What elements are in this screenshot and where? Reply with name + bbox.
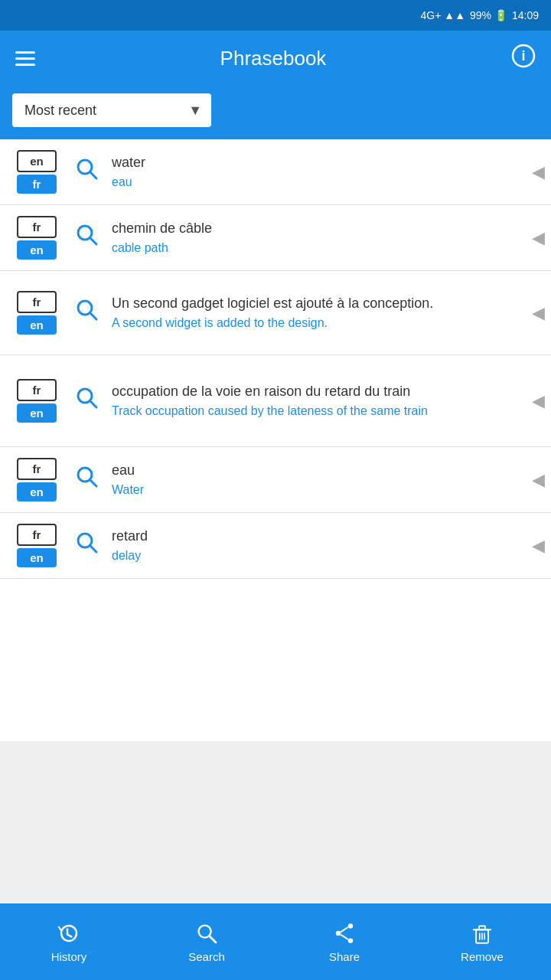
search-icon — [73, 465, 101, 495]
filter-bar: Most recent Alphabetical By language ▼ — [0, 86, 551, 139]
translation-text: Track occupation caused by the lateness … — [112, 403, 528, 420]
source-language: en — [17, 150, 57, 172]
sort-dropdown-wrapper[interactable]: Most recent Alphabetical By language ▼ — [12, 93, 211, 127]
phrase-item[interactable]: fr en occupation de la voie en raison du… — [0, 355, 551, 447]
language-badge: en fr — [9, 150, 64, 194]
language-badge: fr en — [9, 379, 64, 423]
menu-button[interactable] — [15, 51, 35, 66]
nav-item-search[interactable]: Search — [138, 903, 276, 980]
original-text: retard — [112, 527, 528, 546]
history-label: History — [51, 950, 87, 963]
target-language: en — [17, 482, 57, 501]
original-text: occupation de la voie en raison du retar… — [112, 382, 528, 401]
phrase-content: retard delay — [112, 527, 551, 565]
nav-item-share[interactable]: Share — [276, 903, 413, 980]
search-label: Search — [188, 950, 225, 963]
source-language: fr — [17, 379, 57, 401]
phrase-item[interactable]: en fr water eau ◀ — [0, 139, 551, 205]
translation-text: Water — [112, 482, 528, 498]
phrase-content: water eau — [112, 153, 551, 191]
page-title: Phrasebook — [220, 47, 327, 70]
phrase-content: chemin de câble cable path — [112, 219, 551, 257]
source-language: fr — [17, 458, 57, 480]
svg-line-20 — [341, 934, 348, 939]
language-badge: fr en — [9, 216, 64, 260]
source-language: fr — [17, 291, 57, 313]
target-language: en — [17, 548, 57, 567]
signal-indicator: 4G+ ▲▲ — [421, 9, 465, 21]
phrase-content: occupation de la voie en raison du retar… — [112, 382, 551, 420]
phrase-content: Un second gadget logiciel est ajouté à l… — [112, 294, 551, 332]
nav-item-remove[interactable]: Remove — [413, 903, 551, 980]
phrase-content: eau Water — [112, 461, 551, 499]
chevron-icon: ◀ — [532, 536, 545, 556]
svg-line-7 — [90, 313, 96, 319]
svg-text:i: i — [521, 48, 525, 64]
time-display: 14:09 — [512, 9, 539, 21]
translation-text: cable path — [112, 240, 528, 256]
chevron-icon: ◀ — [532, 228, 545, 248]
phrase-item[interactable]: fr en eau Water ◀ — [0, 447, 551, 513]
target-language: en — [17, 315, 57, 335]
translation-text: delay — [112, 547, 528, 564]
target-language: fr — [17, 175, 57, 194]
search-icon — [73, 298, 101, 328]
header: Phrasebook i — [0, 31, 551, 86]
target-language: en — [17, 240, 57, 260]
svg-point-17 — [336, 930, 341, 935]
svg-line-13 — [90, 546, 96, 552]
content-spacer — [0, 741, 551, 903]
chevron-icon: ◀ — [532, 391, 545, 411]
phrase-item[interactable]: fr en retard delay ◀ — [0, 513, 551, 579]
source-language: fr — [17, 216, 57, 238]
chevron-icon: ◀ — [532, 470, 545, 490]
svg-line-11 — [90, 480, 96, 486]
search-icon — [73, 531, 101, 560]
translation-text: eau — [112, 174, 528, 191]
svg-point-18 — [348, 938, 353, 942]
search-icon — [73, 386, 101, 416]
battery-indicator: 99% 🔋 — [470, 9, 507, 21]
nav-item-history[interactable]: History — [0, 903, 138, 980]
svg-line-5 — [90, 238, 96, 244]
language-badge: fr en — [9, 524, 64, 567]
svg-line-9 — [90, 401, 96, 407]
svg-rect-23 — [479, 926, 485, 929]
info-button[interactable]: i — [511, 44, 536, 74]
phrase-item[interactable]: fr en Un second gadget logiciel est ajou… — [0, 271, 551, 355]
remove-label: Remove — [461, 950, 504, 963]
sort-dropdown[interactable]: Most recent Alphabetical By language — [12, 93, 211, 127]
source-language: fr — [17, 524, 57, 546]
language-badge: fr en — [9, 291, 64, 335]
language-badge: fr en — [9, 458, 64, 501]
original-text: Un second gadget logiciel est ajouté à l… — [112, 294, 528, 313]
original-text: water — [112, 153, 528, 172]
translation-text: A second widget is added to the design. — [112, 315, 528, 332]
original-text: chemin de câble — [112, 219, 528, 238]
status-bar: 4G+ ▲▲ 99% 🔋 14:09 — [0, 0, 551, 31]
search-icon — [73, 223, 101, 253]
svg-point-16 — [348, 923, 353, 928]
search-icon — [73, 157, 101, 187]
chevron-icon: ◀ — [532, 162, 545, 182]
share-icon — [332, 921, 357, 946]
svg-line-3 — [90, 172, 96, 178]
trash-icon — [470, 921, 494, 946]
svg-line-19 — [341, 927, 348, 932]
bottom-navigation: History Search Share Remove — [0, 903, 551, 980]
share-label: Share — [329, 950, 360, 963]
chevron-icon: ◀ — [532, 303, 545, 323]
original-text: eau — [112, 461, 528, 480]
search-nav-icon — [194, 921, 219, 946]
target-language: en — [17, 403, 57, 423]
history-icon — [57, 921, 81, 946]
phrase-list: en fr water eau ◀ fr en chemin de câ — [0, 139, 551, 741]
svg-line-15 — [210, 936, 216, 942]
phrase-item[interactable]: fr en chemin de câble cable path ◀ — [0, 205, 551, 271]
